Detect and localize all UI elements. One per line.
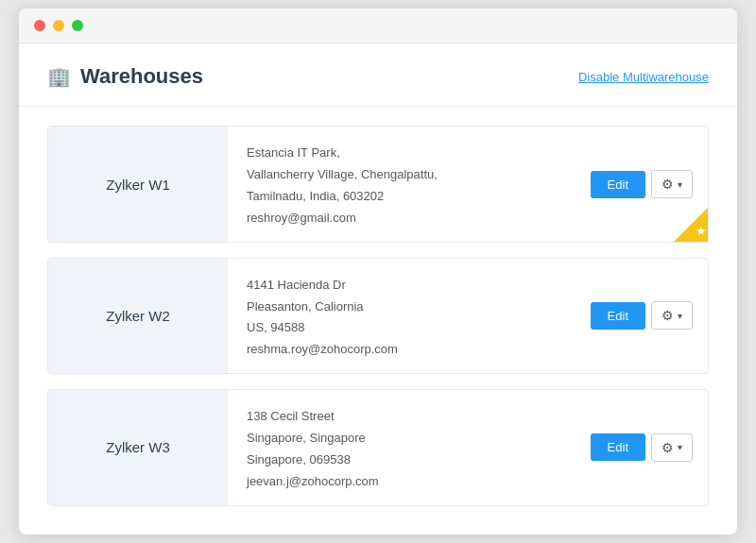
gear-icon-w1: ⚙ <box>662 177 674 192</box>
warehouse-name-w2: Zylker W2 <box>48 259 228 373</box>
address-line3-w2: US, 94588 <box>247 318 557 338</box>
caret-icon-w3: ▾ <box>678 442 682 452</box>
address-line3-w1: Tamilnadu, India, 603202 <box>247 187 557 207</box>
edit-button-w3[interactable]: Edit <box>591 433 645 461</box>
warehouse-details-w1: Estancia IT Park, Vallancherry Village, … <box>228 127 576 241</box>
email-w2: reshma.roy@zohocorp.com <box>247 342 557 356</box>
warehouse-card-w3: Zylker W3 138 Cecil Street Singapore, Si… <box>47 389 709 505</box>
minimize-button[interactable] <box>53 20 64 31</box>
caret-icon-w1: ▾ <box>678 179 682 190</box>
primary-badge-w1 <box>674 208 708 242</box>
warehouse-card-w2: Zylker W2 4141 Hacienda Dr Pleasanton, C… <box>47 258 709 374</box>
page-header: 🏢 Warehouses Disable Multiwarehouse <box>19 43 737 107</box>
caret-icon-w2: ▾ <box>678 311 682 321</box>
settings-button-w1[interactable]: ⚙ ▾ <box>651 170 693 198</box>
address-line2-w1: Vallancherry Village, Chengalpattu, <box>247 165 557 185</box>
warehouse-card-w1: Zylker W1 Estancia IT Park, Vallancherry… <box>47 126 709 242</box>
page-title-group: 🏢 Warehouses <box>47 64 203 89</box>
address-line1-w2: 4141 Hacienda Dr <box>247 276 557 296</box>
warehouse-list: Zylker W1 Estancia IT Park, Vallancherry… <box>19 107 737 534</box>
close-button[interactable] <box>34 20 45 31</box>
warehouse-icon: 🏢 <box>47 65 71 88</box>
warehouse-actions-w2: Edit ⚙ ▾ <box>576 259 708 373</box>
warehouse-name-w1: Zylker W1 <box>48 127 228 241</box>
maximize-button[interactable] <box>72 20 83 31</box>
disable-multiwarehouse-link[interactable]: Disable Multiwarehouse <box>578 70 709 84</box>
gear-icon-w3: ⚙ <box>662 440 674 455</box>
warehouse-details-w3: 138 Cecil Street Singapore, Singapore Si… <box>228 390 576 504</box>
address-line3-w3: Singapore, 069538 <box>247 450 557 470</box>
edit-button-w2[interactable]: Edit <box>591 302 645 330</box>
main-window: 🏢 Warehouses Disable Multiwarehouse Zylk… <box>19 8 737 534</box>
title-bar <box>19 8 737 43</box>
address-line1-w3: 138 Cecil Street <box>247 407 557 427</box>
page-title: Warehouses <box>80 64 203 89</box>
warehouse-name-w3: Zylker W3 <box>48 390 228 504</box>
address-line2-w2: Pleasanton, Caliornia <box>247 297 557 317</box>
gear-icon-w2: ⚙ <box>662 308 674 323</box>
edit-button-w1[interactable]: Edit <box>591 171 645 198</box>
warehouse-details-w2: 4141 Hacienda Dr Pleasanton, Caliornia U… <box>228 259 576 373</box>
settings-button-w3[interactable]: ⚙ ▾ <box>651 433 693 462</box>
email-w3: jeevan.j@zohocorp.com <box>247 474 557 488</box>
warehouse-actions-w3: Edit ⚙ ▾ <box>576 390 708 504</box>
address-line1-w1: Estancia IT Park, <box>247 144 557 163</box>
email-w1: reshroy@gmail.com <box>247 211 557 225</box>
address-line2-w3: Singapore, Singapore <box>247 429 557 449</box>
settings-button-w2[interactable]: ⚙ ▾ <box>651 301 693 330</box>
